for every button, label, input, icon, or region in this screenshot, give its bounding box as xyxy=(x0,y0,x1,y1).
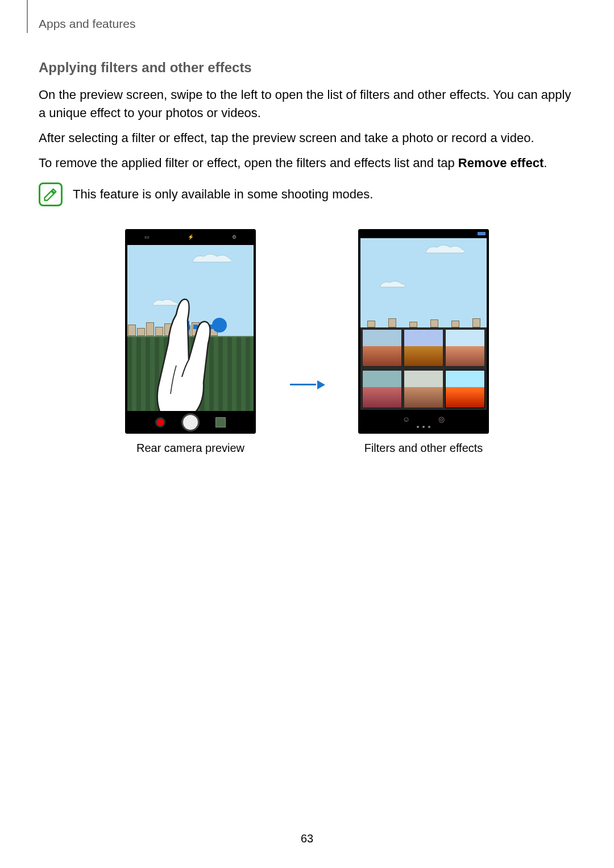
phone-right-statusbar xyxy=(358,229,489,238)
treeline-illustration xyxy=(127,336,254,410)
filter-thumb xyxy=(445,329,485,367)
figure-left-caption: Rear camera preview xyxy=(136,442,244,455)
cloud-icon xyxy=(190,251,235,264)
cloud-icon xyxy=(423,242,468,258)
paragraph-3-bold: Remove effect xyxy=(458,156,544,170)
note-text: This feature is only available in some s… xyxy=(73,187,373,202)
phone-left-screen xyxy=(127,245,254,411)
phone-right: ☺ ◎ xyxy=(358,229,489,434)
settings-icon: ⚙ xyxy=(232,234,237,240)
header-rule xyxy=(27,0,28,33)
filter-thumb xyxy=(445,370,485,408)
swipe-start-dot xyxy=(212,318,227,333)
filters-grid xyxy=(360,327,487,410)
content-area: Applying filters and other effects On th… xyxy=(39,60,575,455)
figure-row: ▭ ⚡ ⚙ xyxy=(39,229,575,455)
smile-icon: ☺ xyxy=(403,415,410,423)
phone-left: ▭ ⚡ ⚙ xyxy=(125,229,256,434)
phone-right-controls: ☺ ◎ xyxy=(358,410,489,434)
filter-thumb xyxy=(404,329,443,367)
page-number: 63 xyxy=(0,832,614,845)
paragraph-3-pre: To remove the applied filter or effect, … xyxy=(39,156,458,170)
filter-thumb xyxy=(404,370,443,408)
pager-dots xyxy=(417,426,430,428)
paragraph-3: To remove the applied filter or effect, … xyxy=(39,154,575,172)
paragraph-2: After selecting a filter or effect, tap … xyxy=(39,129,575,147)
note-row: This feature is only available in some s… xyxy=(39,182,575,206)
cloud-icon xyxy=(377,278,412,292)
transition-arrow-icon xyxy=(290,384,324,385)
note-pencil-icon xyxy=(39,182,63,206)
filter-thumb xyxy=(362,370,402,408)
filter-thumb xyxy=(362,329,402,367)
target-icon: ◎ xyxy=(438,415,445,423)
record-button-icon xyxy=(155,417,165,427)
swipe-trail xyxy=(185,325,213,329)
ratio-icon: ▭ xyxy=(144,234,150,240)
phone-left-statusbar: ▭ ⚡ ⚙ xyxy=(125,229,256,245)
phone-right-screen xyxy=(360,238,487,410)
phone-left-controls xyxy=(125,411,256,434)
gallery-thumb-icon xyxy=(215,417,226,427)
shutter-button-icon xyxy=(181,413,200,431)
paragraph-1: On the preview screen, swipe to the left… xyxy=(39,86,575,122)
cloud-icon xyxy=(150,296,184,308)
flash-icon: ⚡ xyxy=(188,234,194,240)
buildings-illustration xyxy=(360,317,487,327)
figure-right: ☺ ◎ Filters and other effects xyxy=(358,229,489,455)
section-heading: Applying filters and other effects xyxy=(39,60,575,76)
paragraph-3-post: . xyxy=(544,156,547,170)
figure-right-caption: Filters and other effects xyxy=(364,442,483,455)
breadcrumb: Apps and features xyxy=(39,17,135,31)
figure-left: ▭ ⚡ ⚙ xyxy=(125,229,256,455)
battery-icon xyxy=(478,232,486,235)
